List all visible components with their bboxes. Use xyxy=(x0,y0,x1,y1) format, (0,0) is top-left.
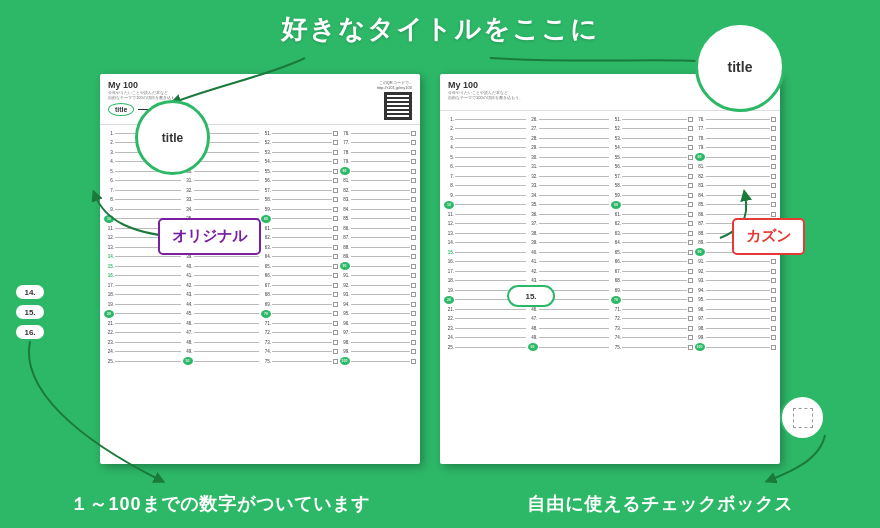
bottom-right-banner: 自由に使えるチェックボックス xyxy=(440,480,880,528)
left-col-2: 26. 27. 28. 29. 30. 31. 32. 33. 34. 35. … xyxy=(183,129,260,461)
right-doc-my100: My 100 xyxy=(448,80,523,90)
top-banner-text: 好きなタイトルをここに xyxy=(281,12,599,47)
left-doc-my100: My 100 xyxy=(108,80,179,90)
left-doc-header-right: このQRコードで...http://r101.jp/my100 xyxy=(377,80,412,120)
bottom-right-banner-text: 自由に使えるチェックボックス xyxy=(527,492,793,516)
left-doc-url: このQRコードで...http://r101.jp/my100 xyxy=(377,80,412,90)
right-col-4: 76. 77. 78. 79. 80 81. 82. 83. 84. 85. 8… xyxy=(695,115,777,447)
num-15-callout: 15. xyxy=(14,303,46,321)
right-doc-title-block: My 100 今年やりたいことや読んだ本など自由なテーマで100の項目を書き込も… xyxy=(448,80,523,100)
content-area: My 100 今年やりたいことや読んだ本など自由なテーマで100の項目を書き込も… xyxy=(0,58,880,480)
num-14-callout: 14. xyxy=(14,283,46,301)
checkbox-callout xyxy=(780,395,825,440)
left-doc-qr xyxy=(384,92,412,120)
kazun-label: カズン xyxy=(732,218,805,255)
right-col-2: 26. 27. 28. 29. 30. 31. 32. 33. 34. 35. … xyxy=(528,115,610,447)
right-title-callout-text: title xyxy=(728,59,753,75)
left-title-callout-text: title xyxy=(162,131,183,145)
bottom-left-banner: １～100までの数字がついています xyxy=(0,480,440,528)
right-doc-subtitle: 今年やりたいことや読んだ本など自由なテーマで100の項目を書き込もう。 xyxy=(448,90,523,100)
left-col-3: 51. 52. 53. 54. 55. 56. 57. 58. 59. 60 6… xyxy=(261,129,338,461)
left-title-circle: title xyxy=(108,103,134,116)
right-col-1: 1. 2. 3. 4. 5. 6. 7. 8. 9. 10 11. 12. 13… xyxy=(444,115,526,447)
num-15-right-callout: 15. xyxy=(507,285,555,307)
left-doc-subtitle: 今年やりたいことや読んだ本など自由なテーマで100の項目を書き込もう xyxy=(108,90,179,100)
right-document: My 100 今年やりたいことや読んだ本など自由なテーマで100の項目を書き込も… xyxy=(440,74,780,464)
right-col-3: 51. 52. 53. 54. 55. 56. 57. 58. 59. 60 6… xyxy=(611,115,693,447)
original-label: オリジナル xyxy=(158,218,261,255)
bottom-left-banner-text: １～100までの数字がついています xyxy=(70,492,369,516)
right-title-callout-circle: title xyxy=(695,22,785,112)
left-title-callout-circle: title xyxy=(135,100,210,175)
left-col-1: 1. 2. 3. 4. 5. 6. 7. 8. 9. 10 11. 12. 13… xyxy=(104,129,181,461)
left-col-4: 76. 77. 78. 79. 80 81. 82. 83. 84. 85. 8… xyxy=(340,129,417,461)
num-16-callout: 16. xyxy=(14,323,46,341)
left-doc-body: 1. 2. 3. 4. 5. 6. 7. 8. 9. 10 11. 12. 13… xyxy=(100,125,420,464)
dashed-checkbox xyxy=(793,408,813,428)
right-doc-body: 1. 2. 3. 4. 5. 6. 7. 8. 9. 10 11. 12. 13… xyxy=(440,111,780,451)
